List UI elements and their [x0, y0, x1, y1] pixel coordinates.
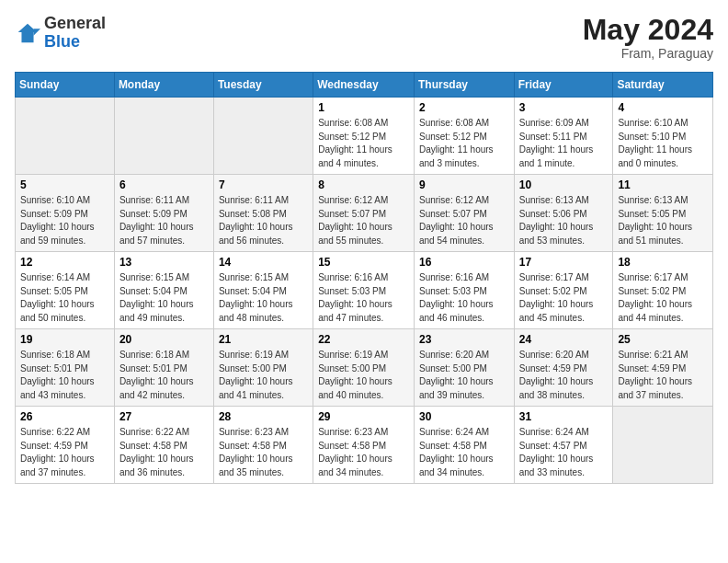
day-number: 19	[20, 333, 109, 346]
logo-blue-text: Blue	[44, 32, 80, 51]
day-info: Sunrise: 6:14 AMSunset: 5:05 PMDaylight:…	[20, 271, 109, 325]
day-info: Sunrise: 6:22 AMSunset: 4:59 PMDaylight:…	[20, 426, 109, 479]
day-info: Sunrise: 6:15 AMSunset: 5:04 PMDaylight:…	[219, 271, 308, 325]
month-year-title: May 2024	[583, 15, 713, 44]
day-number: 13	[119, 256, 209, 269]
calendar-day-cell: 20Sunrise: 6:18 AMSunset: 5:01 PMDayligh…	[114, 329, 213, 407]
day-number: 25	[618, 333, 708, 346]
day-number: 10	[519, 178, 609, 191]
day-info: Sunrise: 6:21 AMSunset: 4:59 PMDaylight:…	[618, 349, 708, 402]
calendar-day-cell: 9Sunrise: 6:12 AMSunset: 5:07 PMDaylight…	[414, 175, 514, 252]
page-header: General Blue May 2024 Fram, Paraguay	[15, 15, 713, 61]
day-number: 4	[618, 101, 708, 114]
calendar-day-cell: 8Sunrise: 6:12 AMSunset: 5:07 PMDaylight…	[313, 175, 415, 252]
day-info: Sunrise: 6:20 AMSunset: 5:00 PMDaylight:…	[419, 349, 509, 402]
calendar-week-row: 19Sunrise: 6:18 AMSunset: 5:01 PMDayligh…	[16, 329, 713, 407]
calendar-day-cell: 31Sunrise: 6:24 AMSunset: 4:57 PMDayligh…	[514, 407, 613, 484]
weekday-header-row: SundayMondayTuesdayWednesdayThursdayFrid…	[16, 73, 713, 98]
day-info: Sunrise: 6:19 AMSunset: 5:00 PMDaylight:…	[219, 349, 308, 402]
logo-icon	[15, 20, 40, 46]
calendar-day-cell: 27Sunrise: 6:22 AMSunset: 4:58 PMDayligh…	[114, 407, 213, 484]
day-number: 30	[419, 410, 509, 423]
day-number: 29	[318, 410, 409, 423]
day-number: 18	[618, 256, 708, 269]
calendar-day-cell	[114, 98, 213, 175]
day-info: Sunrise: 6:24 AMSunset: 4:57 PMDaylight:…	[519, 426, 609, 479]
calendar-table: SundayMondayTuesdayWednesdayThursdayFrid…	[15, 72, 713, 484]
day-number: 14	[219, 256, 308, 269]
calendar-day-cell	[16, 98, 115, 175]
location-subtitle: Fram, Paraguay	[583, 46, 713, 61]
calendar-day-cell: 18Sunrise: 6:17 AMSunset: 5:02 PMDayligh…	[613, 252, 713, 329]
day-number: 5	[20, 178, 109, 191]
calendar-day-cell: 23Sunrise: 6:20 AMSunset: 5:00 PMDayligh…	[414, 329, 514, 407]
calendar-day-cell: 29Sunrise: 6:23 AMSunset: 4:58 PMDayligh…	[313, 407, 415, 484]
calendar-week-row: 12Sunrise: 6:14 AMSunset: 5:05 PMDayligh…	[16, 252, 713, 329]
calendar-day-cell: 12Sunrise: 6:14 AMSunset: 5:05 PMDayligh…	[16, 252, 115, 329]
day-info: Sunrise: 6:13 AMSunset: 5:06 PMDaylight:…	[519, 194, 609, 247]
day-info: Sunrise: 6:17 AMSunset: 5:02 PMDaylight:…	[519, 271, 609, 325]
day-number: 3	[519, 101, 609, 114]
day-number: 2	[419, 101, 509, 114]
day-number: 17	[519, 256, 609, 269]
weekday-header: Wednesday	[313, 73, 415, 98]
day-number: 1	[318, 101, 409, 114]
calendar-day-cell: 15Sunrise: 6:16 AMSunset: 5:03 PMDayligh…	[313, 252, 415, 329]
day-info: Sunrise: 6:24 AMSunset: 4:58 PMDaylight:…	[419, 426, 509, 479]
day-info: Sunrise: 6:09 AMSunset: 5:11 PMDaylight:…	[519, 117, 609, 170]
calendar-day-cell: 10Sunrise: 6:13 AMSunset: 5:06 PMDayligh…	[514, 175, 613, 252]
title-area: May 2024 Fram, Paraguay	[583, 15, 713, 61]
calendar-day-cell	[213, 98, 313, 175]
logo: General Blue	[15, 15, 106, 52]
day-number: 28	[219, 410, 308, 423]
day-info: Sunrise: 6:11 AMSunset: 5:09 PMDaylight:…	[119, 194, 209, 247]
day-info: Sunrise: 6:12 AMSunset: 5:07 PMDaylight:…	[318, 194, 409, 247]
calendar-day-cell: 24Sunrise: 6:20 AMSunset: 4:59 PMDayligh…	[514, 329, 613, 407]
calendar-day-cell: 3Sunrise: 6:09 AMSunset: 5:11 PMDaylight…	[514, 98, 613, 175]
day-number: 31	[519, 410, 609, 423]
day-info: Sunrise: 6:10 AMSunset: 5:09 PMDaylight:…	[20, 194, 109, 247]
calendar-week-row: 5Sunrise: 6:10 AMSunset: 5:09 PMDaylight…	[16, 175, 713, 252]
day-number: 20	[119, 333, 209, 346]
day-info: Sunrise: 6:10 AMSunset: 5:10 PMDaylight:…	[618, 117, 708, 170]
day-info: Sunrise: 6:13 AMSunset: 5:05 PMDaylight:…	[618, 194, 708, 247]
day-info: Sunrise: 6:16 AMSunset: 5:03 PMDaylight:…	[318, 271, 409, 325]
day-info: Sunrise: 6:15 AMSunset: 5:04 PMDaylight:…	[119, 271, 209, 325]
calendar-day-cell: 16Sunrise: 6:16 AMSunset: 5:03 PMDayligh…	[414, 252, 514, 329]
day-number: 15	[318, 256, 409, 269]
calendar-day-cell: 1Sunrise: 6:08 AMSunset: 5:12 PMDaylight…	[313, 98, 415, 175]
day-info: Sunrise: 6:23 AMSunset: 4:58 PMDaylight:…	[318, 426, 409, 479]
calendar-day-cell: 7Sunrise: 6:11 AMSunset: 5:08 PMDaylight…	[213, 175, 313, 252]
day-info: Sunrise: 6:17 AMSunset: 5:02 PMDaylight:…	[618, 271, 708, 325]
calendar-day-cell: 17Sunrise: 6:17 AMSunset: 5:02 PMDayligh…	[514, 252, 613, 329]
day-info: Sunrise: 6:18 AMSunset: 5:01 PMDaylight:…	[119, 349, 209, 402]
calendar-day-cell: 11Sunrise: 6:13 AMSunset: 5:05 PMDayligh…	[613, 175, 713, 252]
day-number: 26	[20, 410, 109, 423]
calendar-day-cell: 25Sunrise: 6:21 AMSunset: 4:59 PMDayligh…	[613, 329, 713, 407]
day-number: 23	[419, 333, 509, 346]
day-number: 22	[318, 333, 409, 346]
day-number: 27	[119, 410, 209, 423]
day-info: Sunrise: 6:19 AMSunset: 5:00 PMDaylight:…	[318, 349, 409, 402]
day-number: 11	[618, 178, 708, 191]
day-info: Sunrise: 6:08 AMSunset: 5:12 PMDaylight:…	[318, 117, 409, 170]
day-number: 16	[419, 256, 509, 269]
day-number: 6	[119, 178, 209, 191]
weekday-header: Friday	[514, 73, 613, 98]
day-number: 12	[20, 256, 109, 269]
svg-marker-1	[34, 29, 40, 35]
day-info: Sunrise: 6:11 AMSunset: 5:08 PMDaylight:…	[219, 194, 308, 247]
calendar-day-cell: 4Sunrise: 6:10 AMSunset: 5:10 PMDaylight…	[613, 98, 713, 175]
logo-general-text: General	[44, 14, 106, 32]
calendar-day-cell: 21Sunrise: 6:19 AMSunset: 5:00 PMDayligh…	[213, 329, 313, 407]
weekday-header: Tuesday	[213, 73, 313, 98]
calendar-day-cell: 5Sunrise: 6:10 AMSunset: 5:09 PMDaylight…	[16, 175, 115, 252]
weekday-header: Sunday	[16, 73, 115, 98]
day-number: 24	[519, 333, 609, 346]
day-number: 7	[219, 178, 308, 191]
weekday-header: Thursday	[414, 73, 514, 98]
day-info: Sunrise: 6:22 AMSunset: 4:58 PMDaylight:…	[119, 426, 209, 479]
day-info: Sunrise: 6:08 AMSunset: 5:12 PMDaylight:…	[419, 117, 509, 170]
weekday-header: Monday	[114, 73, 213, 98]
calendar-day-cell: 13Sunrise: 6:15 AMSunset: 5:04 PMDayligh…	[114, 252, 213, 329]
